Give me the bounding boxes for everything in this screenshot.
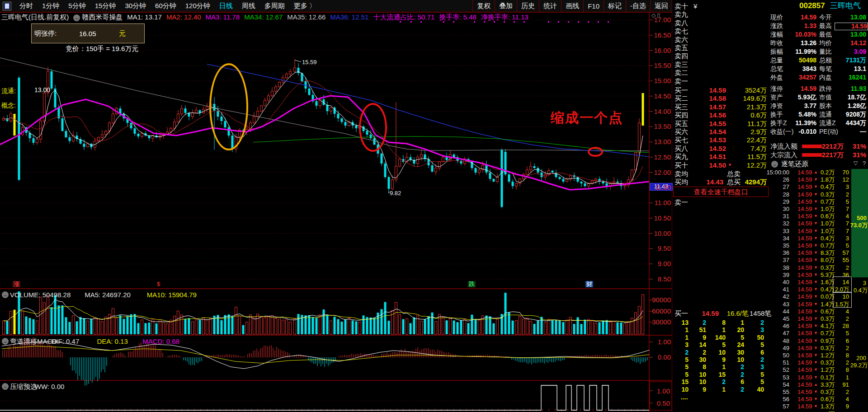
- order-queue-cell: 2: [688, 349, 706, 356]
- buy-row-label[interactable]: 买七: [675, 136, 688, 144]
- buy-row-price[interactable]: 14.54: [694, 128, 726, 136]
- buy-row-label[interactable]: 买十: [675, 162, 688, 169]
- order-queue-cell: 40: [746, 386, 764, 393]
- buy-row-price[interactable]: 14.51: [694, 153, 726, 161]
- buy-row-price[interactable]: 14.53: [694, 136, 726, 144]
- down-arrow-icon: ▼: [814, 214, 818, 219]
- pane-collapse-icon[interactable]: ⌄: [2, 291, 9, 298]
- buy-row-label[interactable]: 买九: [675, 153, 688, 161]
- tx-count: 6: [829, 338, 849, 344]
- tx-seq: 39: [762, 272, 789, 278]
- help-icon[interactable]: ?: [863, 160, 866, 167]
- buy-row-price[interactable]: 14.58: [694, 95, 726, 103]
- marker-badge-涨[interactable]: 涨: [13, 281, 20, 287]
- marker-badge-财[interactable]: 财: [585, 281, 593, 287]
- order-queue-cell: 15: [670, 379, 689, 385]
- concept-label[interactable]: 概念:: [1, 102, 16, 109]
- buy-row-label[interactable]: 买五: [675, 120, 688, 128]
- down-arrow-icon: ▼: [814, 236, 818, 241]
- buy-row-label[interactable]: 买四: [675, 112, 688, 119]
- tooltip-value: 16.05: [79, 30, 96, 37]
- sell-row-label-6[interactable]: 卖六: [675, 36, 688, 44]
- tx-price: 14.59: [797, 265, 812, 271]
- tx-seq: 27: [762, 184, 789, 190]
- stat-value: 18.7亿: [835, 94, 866, 101]
- filter-icon[interactable]: ▽: [854, 160, 858, 166]
- price-axis-label: 14.00: [650, 108, 671, 116]
- buy-row-label[interactable]: 买二: [675, 95, 688, 103]
- buy-row-price[interactable]: 14.55: [694, 120, 726, 128]
- buy-row-price[interactable]: 14.57: [694, 103, 726, 111]
- price-axis-label: 13.50: [650, 123, 671, 131]
- buy-row-price[interactable]: 14.50: [694, 162, 726, 169]
- tx-seq: 45: [762, 316, 789, 322]
- sell-row-label-5[interactable]: 卖五: [675, 44, 688, 52]
- price-axis-label: 9.50: [650, 245, 671, 253]
- buy-row-price[interactable]: 14.52: [694, 145, 726, 153]
- tx-count: 9: [829, 403, 849, 410]
- tab-tick-by-tick[interactable]: 逐笔还原: [781, 160, 808, 168]
- highlight-candle: [14, 114, 16, 136]
- tx-price: 14.59: [797, 228, 812, 234]
- stat-label: 最高: [819, 23, 832, 29]
- buy-row-label[interactable]: 买八: [675, 145, 688, 153]
- marker-badge-$[interactable]: $: [156, 281, 161, 287]
- tx-seq: 40: [762, 279, 789, 286]
- signal-dot: [443, 21, 444, 23]
- chevron-down-icon[interactable]: ⌄: [73, 14, 80, 21]
- buy-row-price[interactable]: 14.59: [694, 87, 726, 94]
- buy-row-label[interactable]: 买三: [675, 103, 688, 111]
- buy-row-label[interactable]: 买六: [675, 128, 688, 136]
- marker-badge-跌[interactable]: 跌: [468, 281, 476, 287]
- order-queue-cell: 1: [708, 327, 726, 333]
- tab-collapse-icon[interactable]: ⌄: [771, 161, 778, 168]
- down-arrow-icon: ▼: [814, 375, 818, 380]
- price-axis-label: 11.00: [650, 199, 671, 207]
- stat-value: 3.09: [835, 48, 866, 55]
- large-order-box: [833, 292, 852, 308]
- tx-seq: 15:00:00: [762, 169, 789, 176]
- sell-row-label-8[interactable]: 卖八: [675, 19, 688, 27]
- down-arrow-icon: ▼: [814, 207, 818, 211]
- buy-row-price[interactable]: 14.56: [694, 112, 726, 119]
- down-arrow-icon: ▼: [814, 302, 818, 307]
- flow-pct: 31%: [846, 151, 866, 159]
- stat-label: 涨幅: [770, 31, 783, 38]
- buy-row-volume: 3524万: [731, 87, 767, 94]
- order-queue-cell: 5: [746, 379, 764, 385]
- indicator-value-0: 三晖电气(日线.前复权): [1, 13, 69, 21]
- sell-row-label-4[interactable]: 卖四: [675, 52, 688, 60]
- tx-seq: 43: [762, 301, 789, 308]
- stat-value: 11.99%: [785, 48, 816, 55]
- order-queue-cell: 20: [726, 327, 744, 333]
- sell-row-label-9[interactable]: 卖九: [675, 11, 688, 19]
- currency-symbol: ¥: [693, 3, 697, 10]
- level2-per-order: 16.6/笔: [721, 310, 749, 318]
- sell-row-label-3[interactable]: 卖三: [675, 61, 688, 69]
- pane-collapse-icon[interactable]: ⌄: [2, 383, 9, 390]
- down-arrow-icon: ▼: [814, 317, 818, 321]
- sell-row-label-2[interactable]: 卖二: [675, 69, 688, 77]
- tx-seq: 52: [762, 367, 789, 373]
- stat-label: 今开: [819, 14, 832, 21]
- tx-price: 14.59: [797, 243, 812, 249]
- order-queue-cell: 1: [708, 364, 726, 370]
- chart-canvas: [0, 0, 672, 412]
- sell-row-label-1[interactable]: 卖一: [675, 78, 688, 85]
- pane-collapse-icon[interactable]: ⌄: [2, 338, 9, 345]
- stock-name[interactable]: 三晖电气: [830, 2, 861, 10]
- order-queue-cell: 3: [746, 364, 764, 370]
- tx-seq: 46: [762, 323, 789, 329]
- circulation-label[interactable]: 流通:: [1, 88, 16, 94]
- tx-price: 14.59: [797, 192, 812, 198]
- macd-header-item: MACD: 0.68: [142, 338, 179, 346]
- down-arrow-icon: ▼: [814, 404, 818, 409]
- buy-row-label[interactable]: 买一: [675, 87, 688, 94]
- full-depth-link[interactable]: 查看全速千档盘口: [673, 187, 769, 197]
- sell-row-label-7[interactable]: 卖七: [675, 28, 688, 35]
- low-price-label: 9.82: [390, 190, 401, 197]
- down-arrow-icon: ▼: [814, 192, 818, 197]
- order-queue-cell: 2: [726, 364, 744, 370]
- sell-row-label-10[interactable]: 卖十: [675, 3, 688, 10]
- down-arrow-icon: ▼: [814, 346, 818, 351]
